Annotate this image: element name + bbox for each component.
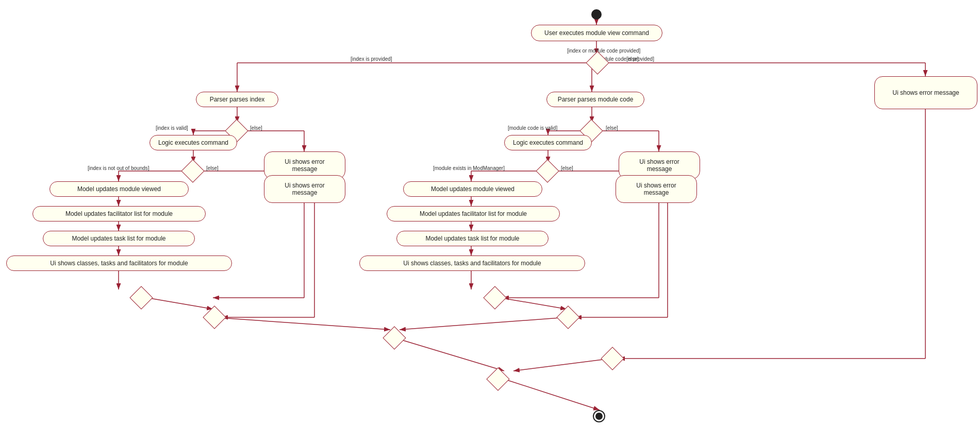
node-model-task-1: Model updates task list for module [43,231,195,246]
svg-line-49 [213,317,390,330]
node-ui-error-mod: Ui shows error message [616,175,697,203]
svg-line-53 [395,338,504,371]
node-model-viewed-1: Model updates module viewed [49,181,189,197]
node-model-viewed-2: Model updates module viewed [403,181,542,197]
node-model-facil-1: Model updates facilitator list for modul… [32,206,206,222]
svg-line-54 [513,359,611,371]
svg-line-45 [500,298,567,309]
end-node [593,410,605,422]
svg-text:[module exists in ModManager]: [module exists in ModManager] [433,165,505,171]
node-model-task-2: Model updates task list for module [396,231,549,246]
node-logic-module: Logic executes command [504,135,592,150]
svg-line-55 [504,379,600,410]
svg-text:[index is not out of bounds]: [index is not out of bounds] [88,165,150,171]
node-logic-index: Logic executes command [150,135,237,150]
start-node [591,9,602,20]
node-parser-index: Parser parses index [196,92,278,107]
diagram-container: [index or module code provided] [else] [… [0,0,980,443]
end-node-inner [595,413,603,420]
svg-text:[else]: [else] [606,125,618,131]
svg-line-50 [400,317,567,330]
node-ui-error-bounds: Ui shows error message [264,175,345,203]
svg-text:[else]: [else] [250,125,262,131]
svg-text:[index or module code provided: [index or module code provided] [567,48,641,54]
node-model-facil-2: Model updates facilitator list for modul… [387,206,560,222]
svg-text:[else]: [else] [561,165,573,171]
node-parser-module: Parser parses module code [546,92,644,107]
svg-text:[index is provided]: [index is provided] [351,56,392,62]
node-ui-classes-1: Ui shows classes, tasks and facilitators… [6,255,232,271]
svg-text:[module code is valid]: [module code is valid] [508,125,557,131]
node-user-executes: User executes module view command [531,25,662,41]
svg-text:[index is valid]: [index is valid] [156,125,188,131]
svg-text:[else]: [else] [206,165,219,171]
node-ui-classes-2: Ui shows classes, tasks and facilitators… [359,255,585,271]
svg-line-39 [147,298,213,309]
node-ui-error-top: Ui shows error message [874,76,977,109]
